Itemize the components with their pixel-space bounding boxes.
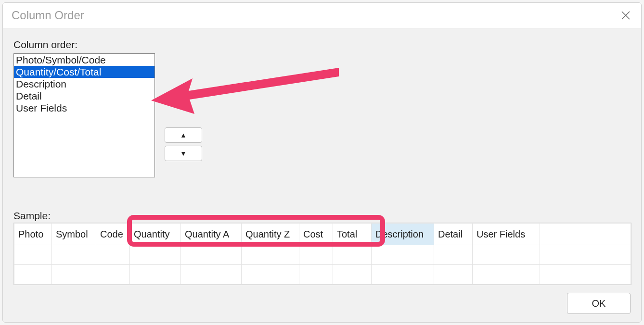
column-order-listbox[interactable]: Photo/Symbol/CodeQuantity/Cost/TotalDesc… [13, 53, 155, 177]
table-cell [540, 245, 631, 265]
sample-table: PhotoSymbolCodeQuantityQuantity AQuantit… [14, 223, 631, 285]
table-row [14, 245, 631, 265]
table-cell [434, 245, 473, 265]
table-cell [540, 265, 631, 285]
table-cell [372, 265, 434, 285]
column-header[interactable]: User Fields [473, 224, 540, 245]
column-header[interactable]: Detail [434, 224, 473, 245]
table-cell [242, 265, 299, 285]
list-item[interactable]: Photo/Symbol/Code [14, 54, 155, 66]
table-cell [434, 265, 473, 285]
table-cell [181, 245, 242, 265]
triangle-down-icon: ▼ [180, 150, 187, 157]
close-button[interactable] [619, 9, 632, 22]
table-cell [473, 245, 540, 265]
column-header[interactable]: Quantity Z [242, 224, 299, 245]
table-cell [181, 265, 242, 285]
list-item[interactable]: User Fields [14, 102, 155, 114]
column-header[interactable]: Symbol [52, 224, 96, 245]
column-header[interactable]: Quantity [130, 224, 181, 245]
list-item[interactable]: Description [14, 78, 155, 90]
column-header[interactable]: Total [333, 224, 372, 245]
column-header[interactable]: Description [372, 224, 434, 245]
table-cell [14, 265, 52, 285]
column-header[interactable]: Photo [14, 224, 52, 245]
table-cell [299, 265, 333, 285]
table-cell [473, 265, 540, 285]
column-order-dialog: Column Order Column order: Photo/Symbol/… [2, 2, 642, 323]
ok-button[interactable]: OK [567, 293, 631, 314]
move-down-button[interactable]: ▼ [165, 146, 202, 161]
table-cell [242, 245, 299, 265]
ok-button-label: OK [592, 298, 606, 309]
close-icon [620, 10, 631, 21]
list-item[interactable]: Quantity/Cost/Total [14, 66, 155, 78]
sample-header-row: PhotoSymbolCodeQuantityQuantity AQuantit… [14, 224, 631, 245]
table-cell [130, 245, 181, 265]
table-cell [96, 265, 130, 285]
titlebar: Column Order [3, 3, 641, 28]
reorder-buttons: ▲ ▼ [165, 127, 202, 161]
list-item[interactable]: Detail [14, 90, 155, 102]
column-header[interactable]: Quantity A [181, 224, 242, 245]
column-order-label: Column order: [13, 39, 631, 50]
triangle-up-icon: ▲ [180, 132, 187, 138]
table-cell [372, 245, 434, 265]
sample-label: Sample: [13, 210, 51, 222]
table-cell [130, 265, 181, 285]
table-cell [14, 245, 52, 265]
column-header[interactable] [540, 224, 631, 245]
column-header[interactable]: Cost [299, 224, 333, 245]
table-cell [333, 245, 372, 265]
column-header[interactable]: Code [96, 224, 130, 245]
move-up-button[interactable]: ▲ [165, 127, 202, 143]
sample-table-container: PhotoSymbolCodeQuantityQuantity AQuantit… [13, 223, 631, 285]
table-cell [333, 265, 372, 285]
table-row [14, 265, 631, 285]
table-cell [96, 245, 130, 265]
annotation-arrow [146, 56, 348, 119]
table-cell [299, 245, 333, 265]
table-cell [52, 265, 96, 285]
dialog-body: Column order: Photo/Symbol/CodeQuantity/… [3, 28, 641, 323]
dialog-title: Column Order [12, 9, 84, 22]
table-cell [52, 245, 96, 265]
svg-marker-2 [151, 68, 339, 114]
